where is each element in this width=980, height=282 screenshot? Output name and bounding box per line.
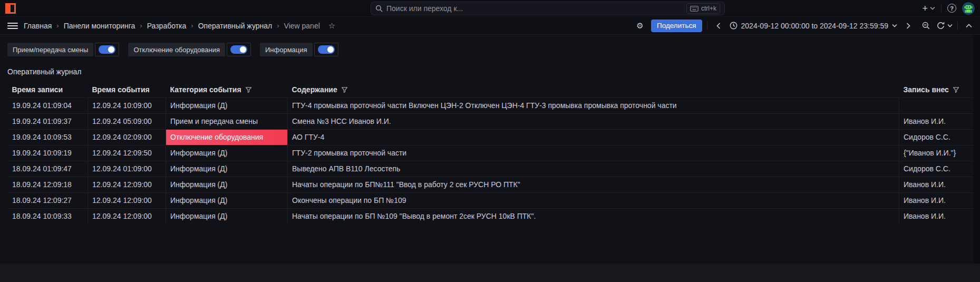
column-header-category[interactable]: Категория события [166, 82, 288, 98]
event-time-cell: 12.09.24 12:09:00 [88, 208, 166, 224]
chevron-up-icon [966, 24, 972, 28]
record-time-cell: 18.09.24 12:09:27 [8, 192, 88, 208]
column-header-event-time[interactable]: Время события [88, 82, 166, 98]
filter-information: Информация [260, 43, 338, 56]
favorite-star-icon[interactable]: ☆ [328, 21, 335, 31]
breadcrumb-item-folder[interactable]: Разработка [147, 22, 187, 30]
event-time-cell: 12.09.24 10:09:00 [88, 98, 166, 113]
toolbar: Главная › Панели мониторинга › Разработк… [0, 17, 980, 35]
add-button[interactable]: + [922, 4, 935, 13]
author-cell: Иванов И.И. [899, 192, 974, 208]
time-forward-button[interactable] [902, 20, 915, 32]
divider [941, 4, 942, 13]
author-cell: {"Иванов И.И."} [899, 145, 974, 161]
content-cell: Начаты операции по БП №109 "Вывод в ремо… [288, 208, 899, 224]
equipment-shutdown-toggle[interactable] [230, 45, 247, 54]
shift-handover-toggle[interactable] [99, 45, 115, 54]
gear-icon: ⚙ [636, 21, 643, 31]
table-row: 18.09.24 01:09:4712.09.24 01:09:00Информ… [8, 161, 974, 177]
panel-title: Оперативный журнал [7, 67, 980, 76]
filter-equipment-shutdown: Отключение оборудования [128, 43, 251, 56]
clock-icon [730, 22, 738, 30]
divider [957, 22, 958, 30]
record-time-cell: 19.09.24 10:09:19 [8, 145, 88, 161]
scrollbar-track[interactable] [973, 35, 980, 264]
table-row: 19.09.24 10:09:5312.09.24 02:09:00Отключ… [8, 129, 974, 145]
menu-button[interactable] [5, 19, 21, 33]
table-row: 18.09.24 12:09:1812.09.24 12:09:00Информ… [8, 177, 974, 192]
filter-funnel-icon[interactable] [245, 86, 252, 93]
panel-footer-area [0, 264, 980, 282]
divider [707, 22, 707, 30]
chevron-left-icon [716, 23, 721, 29]
table-row: 19.09.24 01:09:0412.09.24 10:09:00Информ… [8, 98, 974, 113]
information-toggle[interactable] [318, 45, 335, 54]
content-cell: Окончены операции по БП №109 [288, 192, 899, 208]
toolbar-actions: ⚙ Поделиться 2024-09-12 00:00:00 to 2024… [634, 20, 975, 32]
author-cell [899, 98, 974, 113]
breadcrumb-item-home[interactable]: Главная [24, 22, 52, 30]
record-time-cell: 18.09.24 10:09:33 [8, 208, 88, 224]
breadcrumb-separator: › [191, 22, 193, 30]
author-cell: Иванов И.И. [899, 177, 974, 192]
breadcrumb-separator: › [56, 22, 59, 30]
category-cell: Прием и передача смены [166, 113, 288, 129]
event-time-cell: 12.09.24 02:09:00 [88, 129, 166, 145]
topbar-actions: + ? [922, 0, 975, 16]
breadcrumb-item-view-panel: View panel [284, 22, 320, 30]
event-time-cell: 12.09.24 01:09:00 [88, 161, 166, 177]
variable-filters: Прием/передача смены Отключение оборудов… [7, 43, 980, 56]
table-row: 18.09.24 12:09:2712.09.24 12:09:00Информ… [8, 192, 974, 208]
category-cell: Информация (Д) [166, 161, 288, 177]
time-back-button[interactable] [712, 20, 725, 32]
breadcrumb-separator: › [140, 22, 142, 30]
avatar[interactable] [962, 2, 975, 15]
table-row: 18.09.24 10:09:3312.09.24 12:09:00Информ… [8, 208, 974, 224]
column-header-record-time[interactable]: Время записи [8, 82, 88, 98]
column-header-content[interactable]: Содержание [288, 82, 899, 98]
zoom-out-icon [922, 22, 930, 30]
record-time-cell: 19.09.24 10:09:53 [8, 129, 88, 145]
settings-button[interactable]: ⚙ [634, 20, 646, 32]
chevron-down-icon [930, 6, 935, 10]
content-cell: Смена №3 НСС Иванов И.И. [288, 113, 899, 129]
column-header-author[interactable]: Запись внес [899, 82, 974, 98]
table-body: 19.09.24 01:09:0412.09.24 10:09:00Информ… [8, 98, 974, 224]
table-row: 19.09.24 10:09:1912.09.24 12:09:50Информ… [8, 145, 974, 161]
category-cell: Информация (Д) [166, 145, 288, 161]
breadcrumb: Главная › Панели мониторинга › Разработк… [24, 21, 335, 31]
toggle-box [95, 43, 119, 56]
filter-funnel-icon[interactable] [341, 86, 348, 93]
category-cell: Отключение оборудования [166, 129, 288, 145]
collapse-button[interactable] [963, 20, 975, 32]
category-cell: Информация (Д) [166, 192, 288, 208]
record-time-cell: 19.09.24 01:09:04 [8, 98, 88, 113]
content-cell: ГТУ-2 промывка проточной части [288, 145, 899, 161]
filter-label: Отключение оборудования [128, 43, 225, 56]
filter-funnel-icon[interactable] [953, 86, 959, 93]
content-cell: ГТУ-4 промывка проточной части Включен Ц… [288, 98, 899, 113]
chevron-right-icon [906, 23, 910, 29]
search-input[interactable]: Поиск или переход к... ctrl+k [371, 2, 725, 15]
app-logo-icon[interactable] [5, 3, 16, 14]
help-button[interactable]: ? [947, 4, 956, 13]
search-icon [375, 5, 383, 12]
category-cell: Информация (Д) [166, 98, 288, 113]
share-button[interactable]: Поделиться [651, 20, 702, 32]
breadcrumb-item-dashboard[interactable]: Оперативный журнал [198, 22, 273, 30]
zoom-out-button[interactable] [919, 20, 932, 32]
author-cell: Сидоров С.С. [899, 161, 974, 177]
table-row: 19.09.24 01:09:3712.09.24 05:09:00Прием … [8, 113, 974, 129]
filter-label: Информация [260, 43, 313, 56]
time-range-picker[interactable]: 2024-09-12 00:00:00 to 2024-09-12 23:59:… [730, 22, 897, 30]
breadcrumb-item-dashboards[interactable]: Панели мониторинга [64, 22, 135, 30]
category-cell: Информация (Д) [166, 177, 288, 192]
event-time-cell: 12.09.24 12:09:00 [88, 192, 166, 208]
journal-table: Время записи Время события Категория соб… [7, 82, 980, 224]
toggle-box [314, 43, 338, 56]
panel-view: Прием/передача смены Отключение оборудов… [0, 43, 980, 224]
refresh-button[interactable] [937, 22, 953, 30]
breadcrumb-separator: › [277, 22, 279, 30]
refresh-icon [937, 22, 945, 30]
plus-icon: + [922, 4, 928, 13]
